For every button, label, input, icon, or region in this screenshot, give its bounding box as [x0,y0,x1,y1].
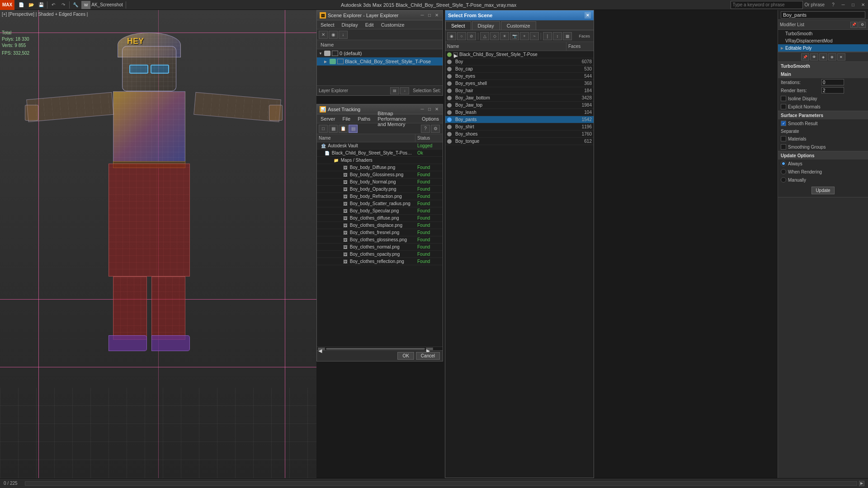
se-close-btn[interactable]: ✕ [319,31,328,39]
at-help-btn[interactable]: ? [421,125,430,133]
mod-editable-poly[interactable]: ▶ Editable Poly [778,44,868,52]
save-btn[interactable]: 💾 [36,0,46,10]
minimize-btn[interactable]: ─ [838,0,848,10]
at-tool1[interactable]: □ [319,125,328,133]
sfs-tab-select[interactable]: Select [445,21,471,30]
at-tool3[interactable]: 📋 [339,125,348,133]
se-menu-edit[interactable]: Edit [362,20,377,29]
search-input[interactable] [731,1,803,9]
explicit-normals-checkbox[interactable] [781,104,786,109]
sfs-row-5[interactable]: Boy_hair 184 [445,87,594,94]
open-btn[interactable]: 📂 [26,0,36,10]
at-maximize-btn[interactable]: □ [426,106,433,113]
sfs-row-9[interactable]: Boy_pants 1542 [445,116,594,123]
smooth-result-checkbox[interactable]: ✓ [781,121,786,126]
main-section-header[interactable]: Main [778,70,868,78]
help-btn[interactable]: ? [828,0,838,10]
sfs-close-x-btn[interactable]: ✕ [585,12,591,19]
sfs-btn-bones[interactable]: | [543,32,552,40]
sfs-row-4[interactable]: Boy_eyes_shell 368 [445,80,594,87]
at-tool2[interactable]: ▦ [329,125,338,133]
layer-btn1[interactable]: ▤ [390,87,399,94]
at-row-clothes-displace[interactable]: 🖼 Boy_clothes_displace.png Found [317,222,443,229]
scene-explorer-maximize[interactable]: □ [426,12,433,19]
mod-pin-btn[interactable]: 📌 [850,22,858,28]
at-tool4-active[interactable]: ▤ [349,125,358,133]
at-minimize-btn[interactable]: ─ [419,106,425,113]
at-row-clothes-fresnel[interactable]: 🖼 Boy_clothes_fresnel.png Found [317,229,443,236]
scene-item-default[interactable]: ▼ 0 (default) [317,49,443,57]
sfs-row-12[interactable]: Boy_tongue 612 [445,138,594,145]
se-menu-customize[interactable]: Customize [377,20,408,29]
at-row-refraction[interactable]: 🖼 Boy_body_Refraction.png Found [317,193,443,200]
scene-item-character[interactable]: ▶ Black_Child_Boy_Street_Style_T-Pose [317,57,443,66]
sfs-row-10[interactable]: Boy_shirt 1196 [445,123,594,131]
undo-btn[interactable]: ↶ [48,0,58,10]
at-menu-server[interactable]: Server [317,114,339,123]
at-cancel-btn[interactable]: Cancel [416,352,440,360]
at-row-glossiness[interactable]: 🖼 Boy_body_Glossiness.png Found [317,171,443,178]
se-select-all-btn[interactable]: ◉ [329,31,338,39]
mod-wire-btn[interactable]: ◈ [819,53,827,61]
mod-show-btn[interactable]: 👁 [810,53,818,61]
at-menu-file[interactable]: File [339,114,354,123]
sfs-btn-invert[interactable]: ⊘ [467,32,476,40]
sfs-btn-helpers[interactable]: + [520,32,529,40]
iterations-input[interactable] [821,79,844,85]
scene-explorer-close[interactable]: ✕ [434,12,440,19]
at-row-file[interactable]: 📄 Black_Child_Boy_Street_Style_T-Pose_ma… [317,150,443,157]
sfs-btn-lights[interactable]: ☀ [500,32,509,40]
at-menu-options[interactable]: Options [418,114,443,123]
sfs-expand-0[interactable]: ▶ [453,52,458,57]
sfs-btn-warps[interactable]: ~ [530,32,539,40]
sfs-row-11[interactable]: Boy_shoes 1760 [445,131,594,138]
smoothing-groups-checkbox[interactable] [781,144,786,150]
at-row-scatter[interactable]: 🖼 Boy_body_Scatter_radius.png Found [317,200,443,207]
viewport-3d[interactable]: HEY [0,10,316,478]
asset-tracking-scrollbar[interactable]: ◀ ▶ [317,347,443,350]
at-row-clothes-diffuse[interactable]: 🖼 Boy_clothes_diffuse.png Found [317,215,443,222]
update-button[interactable]: Update [811,187,834,194]
sfs-row-7[interactable]: Boy_Jaw_top 1984 [445,102,594,109]
at-row-diffuse[interactable]: 🖼 Boy_body_Diffuse.png Found [317,164,443,171]
maximize-btn[interactable]: □ [848,0,858,10]
always-radio[interactable] [781,161,786,166]
mod-unique-btn[interactable]: ⊕ [828,53,836,61]
scene-explorer-minimize[interactable]: ─ [419,12,425,19]
at-row-specular[interactable]: 🖼 Boy_body_Specular.png Found [317,207,443,215]
at-settings-btn[interactable]: ⚙ [431,125,440,133]
se-arrow-btn[interactable]: ↓ [339,31,348,39]
sfs-tab-display[interactable]: Display [472,21,500,30]
at-menu-paths[interactable]: Paths [354,114,374,123]
at-scroll-left[interactable]: ◀ [318,347,325,350]
se-menu-display[interactable]: Display [338,20,362,29]
mod-vray-disp[interactable]: VRayDisplacementMod [778,37,868,44]
turbosmoooth-section-header[interactable]: TurboSmooth [778,62,868,70]
status-bar-arrow-btn[interactable]: ▶ [859,481,864,486]
surface-params-header[interactable]: Surface Parameters [778,111,868,119]
materials-checkbox[interactable] [781,136,786,141]
at-row-normal[interactable]: 🖼 Boy_body_Normal.png Found [317,178,443,186]
sfs-btn-sort[interactable]: ↕ [553,32,562,40]
sfs-row-2[interactable]: Boy_cap 530 [445,66,594,73]
render-iters-input[interactable] [821,87,844,94]
at-scroll-thumb[interactable] [326,348,425,350]
redo-btn[interactable]: ↷ [58,0,68,10]
at-close-btn[interactable]: ✕ [434,106,440,113]
manually-radio[interactable] [781,177,786,183]
at-row-vault[interactable]: 🏦 Autodesk Vault Logged [317,142,443,150]
prop-name-input[interactable] [781,11,865,19]
sfs-btn-groups[interactable]: ▦ [563,32,572,40]
isoline-checkbox[interactable] [781,96,786,101]
sfs-btn-shapes[interactable]: ◇ [490,32,499,40]
scene-explorer-titlebar[interactable]: ▤ Scene Explorer - Layer Explorer ─ □ ✕ [317,10,443,20]
sfs-row-0[interactable]: ▶ Black_Child_Boy_Street_Style_T-Pose [445,51,594,58]
at-row-clothes-gloss[interactable]: 🖼 Boy_clothes_glossiness.png Found [317,236,443,244]
at-row-maps-folder[interactable]: 📁 Maps / Shaders [317,157,443,164]
at-row-clothes-opacity[interactable]: 🖼 Boy_clothes_opacity.png Found [317,251,443,258]
sfs-row-6[interactable]: Boy_Jaw_bottom 3428 [445,94,594,102]
sfs-object-list[interactable]: ▶ Black_Child_Boy_Street_Style_T-Pose Bo… [445,51,594,478]
at-menu-bitmap[interactable]: Bitmap Performance and Memory [374,114,418,123]
mod-param-btn[interactable]: ⚙ [859,22,866,28]
layer-btn2[interactable]: ↓ [400,87,409,94]
